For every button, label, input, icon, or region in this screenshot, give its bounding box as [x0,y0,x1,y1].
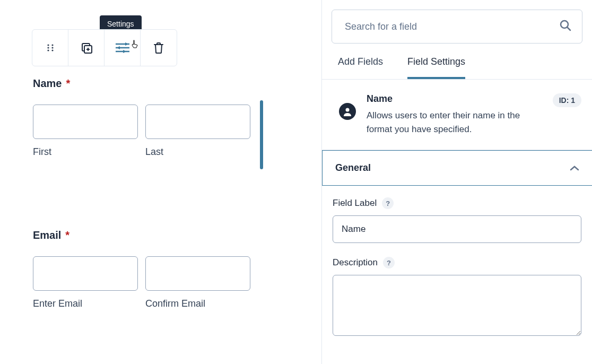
field-info-description: Allows users to enter their name in the … [367,109,542,136]
tab-field-settings[interactable]: Field Settings [407,56,465,79]
field-id-badge: ID: 1 [553,93,581,107]
confirm-email-sublabel: Confirm Email [145,298,250,309]
sliders-icon [115,42,130,54]
drag-handle-button[interactable] [32,30,68,66]
first-name-input[interactable] [33,105,138,139]
svg-point-1 [51,44,53,46]
general-section-header[interactable]: General [322,150,592,186]
last-name-input[interactable] [145,105,250,139]
general-section-title: General [335,162,371,174]
field-toolbar [32,29,177,66]
first-name-sublabel: First [33,146,138,158]
search-input[interactable] [332,10,582,44]
svg-point-5 [51,49,53,51]
name-field-label: Name* [33,77,250,90]
general-section-body: Field Label ? Description ? [322,186,592,350]
settings-button[interactable] [105,30,141,66]
svg-marker-13 [117,46,120,49]
grip-dots-icon [45,42,56,53]
tab-add-fields[interactable]: Add Fields [338,56,383,79]
field-label-text: Field Label [333,198,377,209]
description-textarea[interactable] [333,275,581,336]
duplicate-button[interactable] [68,30,105,66]
svg-point-3 [51,47,53,48]
enter-email-sublabel: Enter Email [33,298,138,309]
svg-marker-11 [125,42,128,46]
svg-marker-15 [123,50,126,53]
description-text: Description [333,257,378,268]
email-field-label: Email* [33,229,250,241]
required-asterisk-icon: * [66,77,70,89]
field-info-title: Name [367,93,542,105]
svg-line-17 [567,27,570,30]
svg-point-0 [47,44,49,46]
svg-point-2 [47,47,49,48]
name-field-block[interactable]: Name* First Last [33,77,250,158]
confirm-email-input[interactable] [145,256,250,291]
chevron-up-icon [570,165,579,171]
description-setting-label: Description ? [333,257,581,268]
field-label-setting-label: Field Label ? [333,197,581,209]
form-editor-canvas: Settings Name* First Last [0,0,321,364]
email-label-text: Email [33,229,61,241]
settings-sidebar: Add Fields Field Settings Name Allows us… [321,0,592,364]
required-asterisk-icon: * [65,229,69,241]
last-name-sublabel: Last [145,146,250,158]
name-label-text: Name [33,77,62,89]
person-icon [339,103,356,120]
search-icon[interactable] [559,19,572,34]
email-field-block[interactable]: Email* Enter Email Confirm Email [33,229,250,309]
trash-icon [153,41,164,54]
field-label-input[interactable] [333,215,581,243]
enter-email-input[interactable] [33,256,138,291]
duplicate-icon [80,41,93,55]
svg-point-4 [47,49,49,51]
sidebar-tabs: Add Fields Field Settings [322,44,592,80]
field-info-block: Name Allows users to enter their name in… [322,80,592,150]
search-box [332,10,582,44]
help-icon[interactable]: ? [382,197,394,209]
selected-field-marker [260,100,263,169]
svg-point-18 [346,108,350,112]
delete-button[interactable] [141,30,177,66]
help-icon[interactable]: ? [383,257,395,268]
